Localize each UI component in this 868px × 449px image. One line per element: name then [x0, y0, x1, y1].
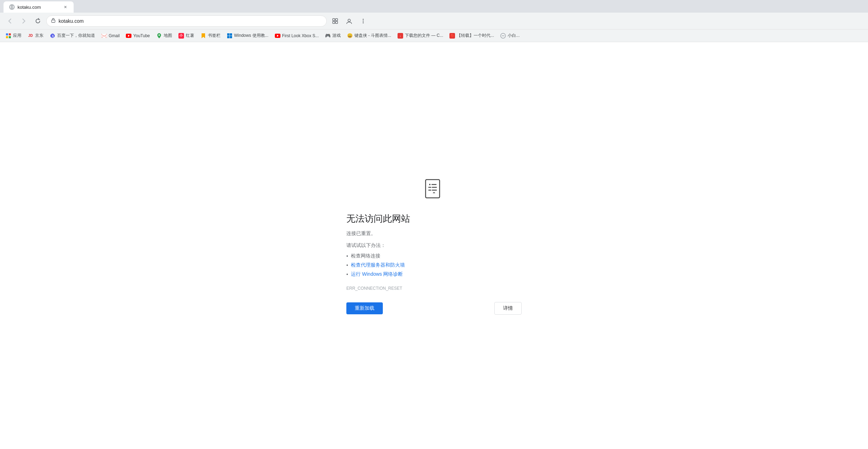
svg-point-9 — [363, 19, 364, 20]
game-icon: 🎮 — [325, 33, 331, 39]
error-subtitle: 连接已重置。 — [346, 230, 376, 237]
error-instructions: 请试试以下办法： — [346, 242, 386, 249]
tab-bar: kotaku.com ✕ — [0, 0, 868, 13]
bookmark-gmail-label: Gmail — [109, 33, 120, 38]
error-title: 无法访问此网站 — [346, 213, 522, 225]
extensions-button[interactable] — [330, 15, 341, 27]
address-bar[interactable]: kotaku.com — [46, 15, 327, 27]
bookmark-youtube[interactable]: YouTube — [123, 32, 152, 40]
bookmark-apps-label: 应用 — [13, 33, 21, 39]
jd-icon: JD — [28, 33, 33, 39]
error-container: 无法访问此网站 连接已重置。 请试试以下办法： 检查网络连接 检查代理服务器和防… — [346, 177, 522, 315]
bookmark-windows-label: Windows 使用教... — [234, 33, 269, 39]
suggestion-2-link[interactable]: 检查代理服务器和防火墙 — [351, 262, 405, 268]
bookmark-bookmarks-label: 书签栏 — [208, 33, 221, 39]
error-suggestions-list: 检查网络连接 检查代理服务器和防火墙 运行 Windows 网络诊断 — [346, 253, 405, 280]
windows-icon — [227, 33, 232, 39]
bookmark-download[interactable]: ↓ 下载您的文件 — C... — [395, 31, 446, 40]
bookmark-youtube-label: YouTube — [133, 33, 150, 38]
youtube-icon — [126, 33, 131, 39]
bookmark-xbox[interactable]: First Look Xbox S... — [272, 32, 322, 40]
svg-point-8 — [348, 19, 351, 21]
svg-rect-13 — [9, 33, 11, 35]
svg-rect-22 — [227, 33, 230, 36]
bookmark-download-label: 下载您的文件 — C... — [405, 33, 443, 39]
svg-rect-5 — [335, 19, 338, 21]
red-icon: 小 — [178, 33, 184, 39]
xb-icon — [500, 33, 506, 39]
bookmark-xb[interactable]: 小白... — [497, 31, 522, 40]
bookmark-zhuai[interactable]: 🔴 【转载】一个时代... — [447, 31, 497, 40]
suggestion-3[interactable]: 运行 Windows 网络诊断 — [346, 271, 405, 277]
url-text: kotaku.com — [59, 18, 322, 24]
suggestion-1: 检查网络连接 — [346, 253, 405, 259]
back-button[interactable] — [4, 15, 15, 27]
bookmark-red[interactable]: 小 红薯 — [176, 31, 197, 40]
svg-text:百: 百 — [51, 34, 55, 38]
forward-button[interactable] — [18, 15, 29, 27]
bookmark-bookmarks[interactable]: 书签栏 — [198, 31, 223, 40]
security-icon — [51, 18, 56, 24]
bookmark-jd[interactable]: JD 京东 — [25, 31, 46, 40]
bookmark-baidu-label: 百度一下，你就知道 — [57, 33, 95, 39]
page-content: 无法访问此网站 连接已重置。 请试试以下办法： 检查网络连接 检查代理服务器和防… — [0, 42, 868, 449]
error-code: ERR_CONNECTION_RESET — [346, 286, 402, 291]
svg-rect-14 — [6, 36, 8, 38]
bookmark-maps[interactable]: 地图 — [154, 31, 175, 40]
profile-button[interactable] — [344, 15, 355, 27]
baidu-icon: 百 — [50, 33, 55, 39]
bookmark-doutu-label: 键盘侠 - 斗图表情... — [354, 33, 391, 39]
toolbar: kotaku.com — [0, 13, 868, 29]
menu-button[interactable] — [358, 15, 369, 27]
suggestion-2[interactable]: 检查代理服务器和防火墙 — [346, 262, 405, 268]
svg-rect-12 — [6, 33, 8, 35]
bookmark-apps[interactable]: 应用 — [3, 31, 24, 40]
svg-rect-24 — [227, 36, 230, 38]
svg-point-36 — [429, 184, 430, 185]
download-icon: ↓ — [398, 33, 403, 39]
svg-point-11 — [363, 22, 364, 23]
bookmark-doutu[interactable]: 😄 键盘侠 - 斗图表情... — [344, 31, 394, 40]
svg-rect-3 — [52, 20, 55, 22]
svg-rect-30 — [426, 180, 440, 198]
maps-icon — [156, 33, 162, 39]
error-page-icon — [421, 177, 447, 202]
svg-rect-7 — [335, 21, 338, 24]
tab-favicon — [9, 4, 15, 10]
bookmark-gmail[interactable]: Gmail — [99, 32, 122, 40]
reload-button[interactable] — [32, 15, 43, 27]
bookmarks-icon — [201, 33, 206, 39]
zhuai-icon: 🔴 — [449, 33, 455, 39]
bookmark-game[interactable]: 🎮 游戏 — [322, 31, 344, 40]
reload-page-button[interactable]: 重新加载 — [346, 302, 383, 314]
svg-rect-6 — [333, 21, 335, 24]
bookmark-windows[interactable]: Windows 使用教... — [224, 31, 271, 40]
error-icon-wrapper — [346, 177, 522, 202]
apps-icon — [6, 33, 11, 39]
browser-frame: kotaku.com ✕ — [0, 0, 868, 42]
svg-point-10 — [363, 20, 364, 21]
active-tab[interactable]: kotaku.com ✕ — [4, 1, 74, 13]
svg-point-21 — [158, 34, 160, 36]
suggestion-3-link[interactable]: 运行 Windows 网络诊断 — [351, 271, 403, 277]
bookmark-jd-label: 京东 — [35, 33, 43, 39]
svg-rect-23 — [230, 33, 232, 36]
bookmark-maps-label: 地图 — [164, 33, 172, 39]
bookmark-red-label: 红薯 — [186, 33, 194, 39]
gmail-icon — [101, 33, 107, 39]
tab-close-button[interactable]: ✕ — [62, 4, 68, 10]
bookmark-xbox-label: First Look Xbox S... — [282, 33, 319, 38]
doutu-icon: 😄 — [347, 33, 353, 39]
details-button[interactable]: 详情 — [494, 302, 522, 315]
svg-rect-4 — [333, 19, 335, 21]
suggestion-1-text: 检查网络连接 — [351, 253, 380, 259]
bookmark-game-label: 游戏 — [332, 33, 341, 39]
bookmark-baidu[interactable]: 百 百度一下，你就知道 — [47, 31, 98, 40]
tab-title: kotaku.com — [18, 5, 60, 10]
bookmarks-bar: 应用 JD 京东 百 百度一下，你就知道 — [0, 29, 868, 42]
button-row: 重新加载 详情 — [346, 302, 522, 315]
xbox-icon — [275, 33, 280, 39]
svg-rect-15 — [9, 36, 11, 38]
bookmark-zhuai-label: 【转载】一个时代... — [457, 33, 494, 39]
svg-rect-25 — [230, 36, 232, 38]
